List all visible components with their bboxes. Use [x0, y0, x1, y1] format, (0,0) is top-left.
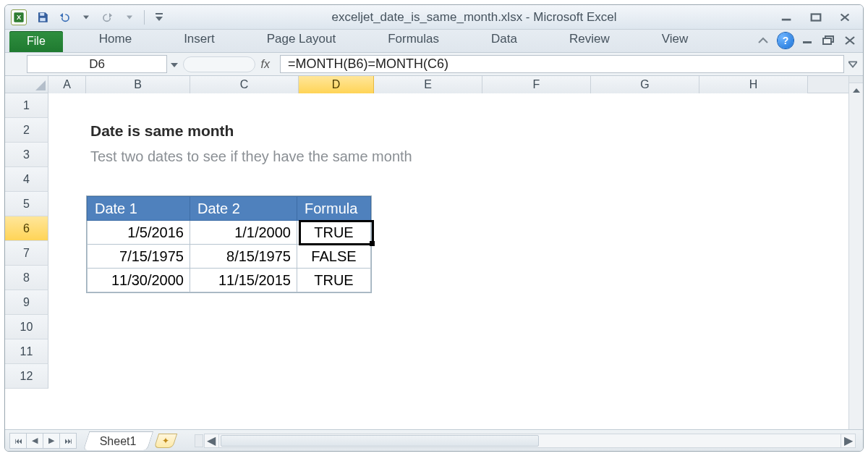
fx-icon[interactable]: fx [261, 58, 270, 71]
ribbon-tabs: File Home Insert Page Layout Formulas Da… [5, 30, 863, 53]
title-bar: X exceljet_date_is_same_month.xlsx - Mic… [5, 5, 863, 30]
tab-data[interactable]: Data [481, 28, 527, 52]
col-header-f[interactable]: F [482, 76, 591, 93]
sheet-nav-first[interactable]: ⏮ [9, 433, 27, 449]
scroll-left-button[interactable]: ◀ [205, 434, 219, 447]
file-tab[interactable]: File [9, 31, 63, 52]
tab-review[interactable]: Review [559, 28, 620, 52]
formula-bar-expand[interactable] [846, 56, 859, 72]
row-header-1[interactable]: 1 [5, 93, 48, 118]
hscroll-grip[interactable] [195, 434, 203, 447]
cell-c8[interactable]: 11/15/2015 [190, 269, 297, 292]
col-header-g[interactable]: G [591, 76, 699, 93]
horizontal-scrollbar[interactable]: ◀ ▶ [204, 434, 856, 448]
cell-b8[interactable]: 11/30/2000 [88, 269, 190, 292]
redo-button[interactable] [98, 9, 118, 26]
row-header-3[interactable]: 3 [5, 143, 48, 167]
window-title: exceljet_date_is_same_month.xlsx - Micro… [169, 10, 779, 25]
cell-b7[interactable]: 7/15/1975 [88, 245, 190, 269]
col-header-a[interactable]: A [48, 76, 86, 93]
svg-rect-6 [812, 14, 821, 20]
sheet-title: Date is same month [90, 122, 234, 140]
maximize-button[interactable] [808, 11, 824, 24]
app-window: X exceljet_date_is_same_month.xlsx - Mic… [4, 4, 864, 452]
col-date1: Date 1 [88, 197, 190, 221]
svg-rect-4 [156, 13, 163, 14]
svg-rect-7 [803, 41, 812, 43]
window-controls [779, 11, 857, 24]
row-header-4[interactable]: 4 [5, 167, 48, 192]
name-box[interactable]: D6 [27, 55, 167, 73]
vertical-scrollbar[interactable] [848, 76, 863, 429]
cell-c6[interactable]: 1/1/2000 [190, 221, 297, 245]
row-header-12[interactable]: 12 [5, 364, 48, 389]
data-table: Date 1 Date 2 Formula 1/5/2016 1/1/2000 … [86, 195, 372, 293]
undo-button[interactable] [54, 9, 75, 26]
hscroll-thumb[interactable] [221, 435, 539, 447]
cell-d8[interactable]: TRUE [297, 269, 371, 292]
tab-formulas[interactable]: Formulas [378, 28, 449, 52]
row-header-2[interactable]: 2 [5, 118, 48, 143]
tab-home[interactable]: Home [89, 28, 142, 52]
cell-d7[interactable]: FALSE [297, 245, 371, 269]
undo-menu[interactable] [76, 9, 96, 26]
tab-view[interactable]: View [652, 28, 699, 52]
excel-app-icon: X [11, 9, 27, 25]
sheet-nav-buttons: ⏮ ◀ ▶ ⏭ [9, 433, 76, 449]
col-header-h[interactable]: H [699, 76, 808, 93]
table-row: 11/30/2000 11/15/2015 TRUE [88, 269, 371, 292]
workbook-close-icon[interactable] [844, 35, 856, 46]
fx-button-group [183, 56, 255, 72]
ribbon-minimize-icon[interactable] [757, 35, 769, 46]
row-header-11[interactable]: 11 [5, 339, 48, 364]
row-header-7[interactable]: 7 [5, 241, 48, 266]
split-handle[interactable] [849, 76, 863, 83]
sheet-nav-next[interactable]: ▶ [43, 433, 60, 449]
save-button[interactable] [33, 9, 53, 26]
sheet-subtitle: Test two dates to see if they have the s… [90, 148, 412, 165]
row-header-5[interactable]: 5 [5, 192, 48, 216]
minimize-button[interactable] [779, 11, 795, 24]
cell-b6[interactable]: 1/5/2016 [88, 221, 190, 245]
help-button[interactable]: ? [778, 33, 793, 48]
col-date2: Date 2 [190, 197, 297, 221]
row-header-10[interactable]: 10 [5, 315, 48, 339]
new-sheet-button[interactable]: ✦ [153, 434, 176, 448]
tab-page-layout[interactable]: Page Layout [257, 28, 346, 52]
scroll-up-button[interactable] [849, 83, 863, 98]
col-header-e[interactable]: E [374, 76, 482, 93]
svg-rect-9 [823, 38, 831, 44]
quick-access-toolbar [33, 9, 169, 26]
table-row: 1/5/2016 1/1/2000 TRUE [88, 221, 371, 245]
sheet-nav-last[interactable]: ⏭ [59, 433, 77, 449]
row-header-8[interactable]: 8 [5, 266, 48, 290]
cell-c7[interactable]: 8/15/1975 [190, 245, 297, 269]
tab-insert[interactable]: Insert [174, 28, 225, 52]
workbook-minimize-icon[interactable] [802, 36, 814, 45]
column-headers: ABCDEFGH [48, 76, 848, 93]
row-header-9[interactable]: 9 [5, 290, 48, 315]
col-header-c[interactable]: C [190, 76, 299, 93]
select-all-corner[interactable] [5, 76, 48, 93]
cell-area[interactable]: Date is same month Test two dates to see… [48, 93, 848, 429]
row-header-6[interactable]: 6 [5, 216, 48, 241]
sheet-nav-prev[interactable]: ◀ [26, 433, 43, 449]
cell-d6[interactable]: TRUE [297, 221, 371, 245]
workbook-restore-icon[interactable] [822, 35, 835, 46]
svg-rect-5 [782, 18, 791, 20]
close-button[interactable] [837, 11, 853, 24]
col-header-b[interactable]: B [86, 76, 190, 93]
table-row: 7/15/1975 8/15/1975 FALSE [88, 245, 371, 269]
formula-bar[interactable]: =MONTH(B6)=MONTH(C6) [280, 55, 844, 73]
redo-menu[interactable] [119, 9, 140, 26]
svg-rect-2 [40, 13, 44, 16]
scroll-right-button[interactable]: ▶ [841, 434, 855, 447]
formula-text: =MONTH(B6)=MONTH(C6) [288, 56, 448, 72]
row-headers: 123456789101112 [5, 93, 48, 429]
sheet-tab-active[interactable]: Sheet1 [83, 431, 153, 450]
name-box-value: D6 [89, 57, 105, 72]
col-header-d[interactable]: D [299, 76, 374, 93]
worksheet-grid[interactable]: ABCDEFGH 123456789101112 Date is same mo… [5, 76, 863, 429]
col-formula: Formula [297, 197, 371, 221]
qat-customize[interactable] [149, 9, 169, 26]
